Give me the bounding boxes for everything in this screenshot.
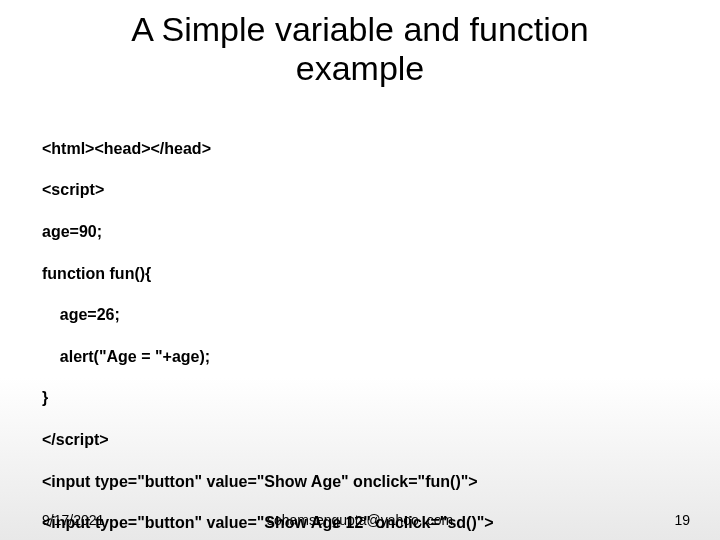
code-line: age=90;: [42, 222, 494, 243]
code-line: <script>: [42, 180, 494, 201]
code-line: age=26;: [42, 305, 494, 326]
code-line: alert("Age = "+age);: [42, 347, 494, 368]
code-line: </script>: [42, 430, 494, 451]
slide: A Simple variable and function example <…: [0, 0, 720, 540]
footer-page-number: 19: [674, 512, 690, 528]
title-line-1: A Simple variable and function: [131, 10, 588, 48]
footer-email: sohamsengupta@yahoo. com: [0, 512, 720, 528]
code-line: }: [42, 388, 494, 409]
code-line: function fun(){: [42, 264, 494, 285]
slide-title: A Simple variable and function example: [0, 0, 720, 88]
code-block: <html><head></head> <script> age=90; fun…: [42, 118, 494, 540]
title-line-2: example: [296, 49, 425, 87]
code-line: <input type="button" value="Show Age" on…: [42, 472, 494, 493]
code-line: <html><head></head>: [42, 139, 494, 160]
